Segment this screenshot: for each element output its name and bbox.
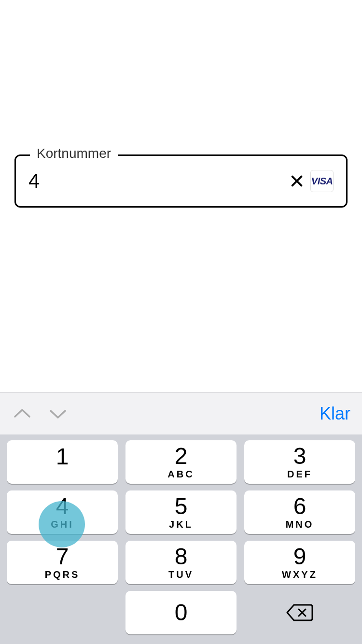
card-number-label: Kortnummer (30, 146, 118, 161)
key-letters: TUV (168, 569, 194, 580)
chevron-up-icon (13, 408, 31, 420)
key-3[interactable]: 3 DEF (244, 440, 355, 484)
key-letters: MNO (286, 519, 314, 530)
content-area: Kortnummer VISA (0, 154, 362, 208)
key-digit: 8 (175, 545, 188, 568)
keyboard-toolbar: Klar (0, 392, 362, 434)
toolbar-field-nav (12, 403, 69, 424)
key-5[interactable]: 5 JKL (125, 490, 237, 534)
numeric-keyboard: Klar 1 2 ABC 3 DEF 4 GHI 5 JKL 6 MNO 7 P… (0, 392, 362, 644)
keyboard-done-button[interactable]: Klar (320, 404, 350, 424)
key-digit: 6 (293, 495, 306, 518)
card-number-field-wrapper: Kortnummer VISA (14, 154, 348, 208)
key-0[interactable]: 0 (125, 591, 237, 634)
key-letters: PQRS (45, 569, 80, 580)
key-letters: WXYZ (282, 569, 318, 580)
key-backspace[interactable] (244, 591, 355, 634)
key-letters: ABC (167, 469, 194, 480)
clear-input-button[interactable] (289, 169, 305, 193)
key-digit: 1 (56, 445, 69, 468)
card-brand-badge: VISA (310, 170, 334, 192)
key-4[interactable]: 4 GHI (7, 490, 118, 534)
key-2[interactable]: 2 ABC (125, 440, 237, 484)
key-digit: 2 (175, 445, 188, 468)
key-digit: 0 (175, 601, 188, 624)
key-digit: 4 (56, 495, 69, 518)
key-blank (7, 591, 118, 634)
key-8[interactable]: 8 TUV (125, 541, 237, 584)
card-number-input[interactable] (28, 169, 283, 193)
key-letters: DEF (287, 469, 312, 480)
key-digit: 5 (175, 495, 188, 518)
key-1[interactable]: 1 (7, 440, 118, 484)
key-6[interactable]: 6 MNO (244, 490, 355, 534)
key-letters: GHI (51, 519, 74, 530)
key-9[interactable]: 9 WXYZ (244, 541, 355, 584)
key-digit: 3 (293, 445, 306, 468)
close-icon (289, 173, 305, 189)
chevron-down-icon (49, 408, 67, 420)
key-letters: JKL (169, 519, 193, 530)
previous-field-button[interactable] (12, 403, 33, 424)
card-number-field[interactable]: VISA (14, 154, 348, 208)
key-7[interactable]: 7 PQRS (7, 541, 118, 584)
next-field-button[interactable] (47, 403, 69, 424)
key-digit: 9 (293, 545, 306, 568)
key-digit: 7 (56, 545, 69, 568)
backspace-icon (286, 603, 313, 622)
numeric-keypad: 1 2 ABC 3 DEF 4 GHI 5 JKL 6 MNO 7 PQRS 8… (0, 434, 362, 644)
